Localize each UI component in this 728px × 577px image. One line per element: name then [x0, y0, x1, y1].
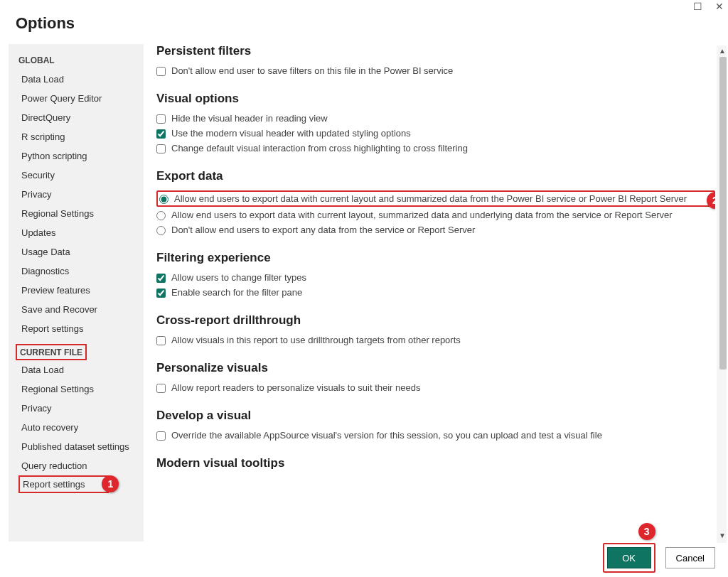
sidebar-item-cf-regional[interactable]: Regional Settings: [9, 379, 144, 399]
opt-visual-modern-header[interactable]: Use the modern visual header with update…: [156, 128, 715, 139]
section-persistent-filters: Persistent filters Don't allow end user …: [156, 44, 715, 76]
checkbox[interactable]: [156, 288, 166, 298]
checkbox[interactable]: [156, 67, 166, 76]
sidebar-item-directquery[interactable]: DirectQuery: [9, 108, 144, 127]
sidebar-item-cf-data-load[interactable]: Data Load: [9, 360, 144, 379]
sidebar-header-global: GLOBAL: [9, 51, 144, 70]
sidebar-item-cf-query-reduction[interactable]: Query reduction: [9, 456, 144, 475]
annotation-marker-3: 3: [638, 523, 655, 540]
opt-export-underlying[interactable]: Allow end users to export data with curr…: [156, 210, 715, 220]
sidebar-item-regional[interactable]: Regional Settings: [9, 204, 144, 223]
close-icon[interactable]: ✕: [715, 1, 724, 11]
sidebar-item-preview[interactable]: Preview features: [9, 281, 144, 300]
sidebar-item-updates[interactable]: Updates: [9, 223, 144, 242]
checkbox[interactable]: [156, 129, 166, 139]
opt-visual-hide-header[interactable]: Hide the visual header in reading view: [156, 113, 715, 124]
section-export-data: Export data Allow end users to export da…: [156, 169, 715, 235]
checkbox[interactable]: [156, 144, 166, 153]
annotation-marker-2: 2: [707, 192, 715, 209]
section-title: Export data: [156, 169, 715, 183]
dialog-title: Options: [0, 11, 728, 44]
title-bar: ☐ ✕: [0, 0, 728, 11]
section-title: Filtering experience: [156, 251, 715, 265]
sidebar-item-data-load[interactable]: Data Load: [9, 70, 144, 89]
checkbox[interactable]: [156, 431, 166, 441]
section-title: Cross-report drillthrough: [156, 313, 715, 328]
sidebar-item-cf-privacy[interactable]: Privacy: [9, 399, 144, 418]
sidebar-item-cf-published[interactable]: Published dataset settings: [9, 437, 144, 456]
scrollbar-thumb[interactable]: [719, 57, 727, 370]
checkbox[interactable]: [156, 114, 166, 124]
opt-personalize-visuals[interactable]: Allow report readers to personalize visu…: [156, 382, 715, 393]
sidebar-item-diagnostics[interactable]: Diagnostics: [9, 261, 144, 281]
section-cross-report: Cross-report drillthrough Allow visuals …: [156, 313, 715, 345]
opt-filter-change-types[interactable]: Allow users to change filter types: [156, 272, 715, 283]
opt-persistent-dont-allow[interactable]: Don't allow end user to save filters on …: [156, 65, 715, 76]
radio[interactable]: [156, 226, 166, 235]
section-modern-tooltips: Modern visual tooltips: [156, 456, 715, 470]
opt-export-summarized[interactable]: Allow end users to export data with curr…: [159, 193, 712, 204]
scroll-down-icon[interactable]: ▼: [719, 532, 726, 539]
sidebar-item-save-recover[interactable]: Save and Recover: [9, 300, 144, 319]
section-filtering: Filtering experience Allow users to chan…: [156, 251, 715, 298]
sidebar-item-cf-report-settings[interactable]: Report settings: [23, 479, 85, 490]
opt-cross-drillthrough[interactable]: Allow visuals in this report to use dril…: [156, 335, 715, 345]
opt-export-none[interactable]: Don't allow end users to export any data…: [156, 225, 715, 235]
radio[interactable]: [159, 195, 168, 204]
opt-develop-override[interactable]: Override the available AppSource visual'…: [156, 430, 715, 441]
section-visual-options: Visual options Hide the visual header in…: [156, 92, 715, 153]
section-title: Visual options: [156, 92, 715, 106]
sidebar-item-power-query[interactable]: Power Query Editor: [9, 89, 144, 108]
sidebar-item-security[interactable]: Security: [9, 166, 144, 185]
section-title: Modern visual tooltips: [156, 456, 715, 470]
main-panel: Persistent filters Don't allow end user …: [144, 44, 728, 576]
export-option-highlight: Allow end users to export data with curr…: [156, 190, 715, 207]
section-title: Persistent filters: [156, 44, 715, 58]
checkbox[interactable]: [156, 384, 166, 393]
section-title: Personalize visuals: [156, 361, 715, 375]
sidebar-item-r-scripting[interactable]: R scripting: [9, 127, 144, 146]
sidebar-header-current: CURRENT FILE: [20, 347, 82, 357]
opt-filter-search[interactable]: Enable search for the filter pane: [156, 287, 715, 298]
radio[interactable]: [156, 211, 166, 220]
sidebar-item-usage-data[interactable]: Usage Data: [9, 242, 144, 261]
maximize-icon[interactable]: ☐: [693, 1, 702, 11]
ok-button[interactable]: OK: [607, 547, 651, 568]
opt-visual-cross-filter[interactable]: Change default visual interaction from c…: [156, 143, 715, 153]
cancel-button[interactable]: Cancel: [665, 547, 715, 568]
section-develop: Develop a visual Override the available …: [156, 409, 715, 441]
sidebar-item-report-settings-global[interactable]: Report settings: [9, 319, 144, 338]
dialog-footer: OK 3 Cancel: [603, 543, 715, 573]
checkbox[interactable]: [156, 274, 166, 283]
sidebar-item-cf-auto-recovery[interactable]: Auto recovery: [9, 418, 144, 437]
scroll-up-icon[interactable]: ▲: [719, 47, 726, 55]
annotation-marker-1: 1: [102, 475, 119, 492]
sidebar: GLOBAL Data Load Power Query Editor Dire…: [9, 44, 144, 541]
sidebar-item-privacy[interactable]: Privacy: [9, 185, 144, 204]
section-personalize: Personalize visuals Allow report readers…: [156, 361, 715, 393]
section-title: Develop a visual: [156, 409, 715, 423]
sidebar-item-python-scripting[interactable]: Python scripting: [9, 146, 144, 166]
checkbox[interactable]: [156, 336, 166, 345]
